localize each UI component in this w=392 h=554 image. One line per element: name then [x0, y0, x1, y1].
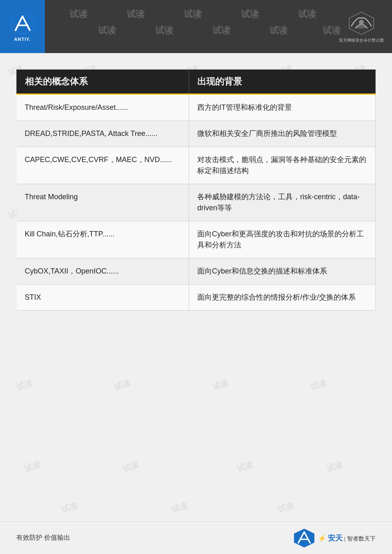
- table-cell-col1: CAPEC,CWE,CVE,CVRF，MAEC，NVD......: [17, 147, 189, 184]
- main-content: 相关的概念体系 出现的背景 Threat/Risk/Exposure/Asset…: [0, 53, 392, 319]
- col2-header: 出现的背景: [189, 70, 375, 94]
- body-wm-24: 试读: [236, 459, 255, 475]
- body-wm-26: 试读: [60, 500, 79, 516]
- table-cell-col1: Threat Modeling: [17, 184, 189, 221]
- watermark-4: 试读: [241, 8, 259, 20]
- watermark-1: 试读: [69, 8, 87, 20]
- table-cell-col1: DREAD,STRIDE,PASTA, Attack Tree......: [17, 121, 189, 147]
- body-wm-22: 试读: [23, 459, 42, 475]
- table-cell-col2: 面向Cyber和信息交换的描述和标准体系: [189, 258, 375, 285]
- watermark-7: 试读: [155, 24, 173, 37]
- body-wm-28: 试读: [276, 500, 296, 516]
- footer-right: ⚡ 安天 | 智者数天下: [293, 528, 376, 548]
- table-cell-col1: CybOX,TAXII，OpenIOC......: [17, 258, 189, 285]
- body-wm-18: 试读: [15, 377, 34, 393]
- footer-divider: |: [344, 536, 345, 542]
- antiy-logo-icon: [9, 11, 36, 35]
- watermark-8: 试读: [212, 24, 230, 37]
- logo-box: ANTIY.: [0, 0, 45, 53]
- logo-text: ANTIY.: [14, 37, 31, 42]
- body-wm-20: 试读: [211, 377, 230, 393]
- watermark-6: 试读: [98, 24, 116, 37]
- table-cell-col1: Threat/Risk/Exposure/Asset......: [17, 94, 189, 121]
- concept-table: 相关的概念体系 出现的背景 Threat/Risk/Exposure/Asset…: [16, 69, 376, 311]
- table-cell-col2: 各种威胁建模的方法论，工具，risk-centric，data-driven等等: [189, 184, 375, 221]
- col1-header: 相关的概念体系: [17, 70, 189, 94]
- table-row: DREAD,STRIDE,PASTA, Attack Tree......微软和…: [17, 121, 376, 147]
- table-row: Kill Chain,钻石分析,TTP......面向Cyber和更高强度的攻击…: [17, 221, 376, 258]
- table-row: STIX面向更完整的综合性的情报分析/作业/交换的体系: [17, 285, 376, 311]
- watermark-10: 试读: [323, 24, 341, 37]
- table-header-row: 相关的概念体系 出现的背景: [17, 70, 376, 94]
- watermark-9: 试读: [270, 24, 287, 37]
- table-cell-col2: 西方的IT管理和标准化的背景: [189, 94, 375, 121]
- svg-point-5: [359, 20, 364, 25]
- watermark-2: 试读: [127, 8, 145, 20]
- body-wm-27: 试读: [170, 500, 189, 516]
- body-wm-19: 试读: [113, 377, 132, 393]
- footer-brand-name: 安天: [328, 533, 343, 543]
- footer-left-text: 有效防护 价值输出: [16, 534, 70, 542]
- watermark-5: 试读: [298, 8, 316, 20]
- table-cell-col2: 对攻击模式，脆弱点，漏洞等各种基础的安全元素的标定和描述结构: [189, 147, 375, 184]
- footer-lightning: ⚡: [318, 534, 326, 542]
- table-row: Threat/Risk/Exposure/Asset......西方的IT管理和…: [17, 94, 376, 121]
- brand-subtitle: 安天网络安全令行禁止图: [339, 38, 384, 43]
- header-brand: 安天网络安全令行禁止图: [339, 10, 384, 43]
- brand-icon: [343, 10, 380, 37]
- table-cell-col1: STIX: [17, 285, 189, 311]
- table-row: Threat Modeling各种威胁建模的方法论，工具，risk-centri…: [17, 184, 376, 221]
- watermark-3: 试读: [184, 8, 202, 20]
- table-cell-col2: 微软和相关安全厂商所推出的风险管理模型: [189, 121, 375, 147]
- header: ANTIY. 试读 试读 试读 试读 试读 试读 试读 试读 试读 试读 安天网…: [0, 0, 392, 53]
- footer-brand-sub: 智者数天下: [347, 535, 376, 543]
- table-cell-col1: Kill Chain,钻石分析,TTP......: [17, 221, 189, 258]
- table-cell-col2: 面向Cyber和更高强度的攻击和对抗的场景的分析工具和分析方法: [189, 221, 375, 258]
- footer-brand-group: ⚡ 安天 | 智者数天下: [318, 533, 376, 543]
- header-watermark-area: 试读 试读 试读 试读 试读 试读 试读 试读 试读 试读 安天网络安全令行禁止…: [45, 0, 392, 53]
- table-row: CybOX,TAXII，OpenIOC......面向Cyber和信息交换的描述…: [17, 258, 376, 285]
- table-row: CAPEC,CWE,CVE,CVRF，MAEC，NVD......对攻击模式，脆…: [17, 147, 376, 184]
- body-wm-21: 试读: [309, 377, 328, 393]
- footer: 有效防护 价值输出 ⚡ 安天 | 智者数天下: [0, 521, 392, 554]
- body-wm-25: 试读: [325, 459, 345, 475]
- footer-logo-icon: [293, 528, 316, 548]
- body-wm-23: 试读: [121, 459, 140, 475]
- table-cell-col2: 面向更完整的综合性的情报分析/作业/交换的体系: [189, 285, 375, 311]
